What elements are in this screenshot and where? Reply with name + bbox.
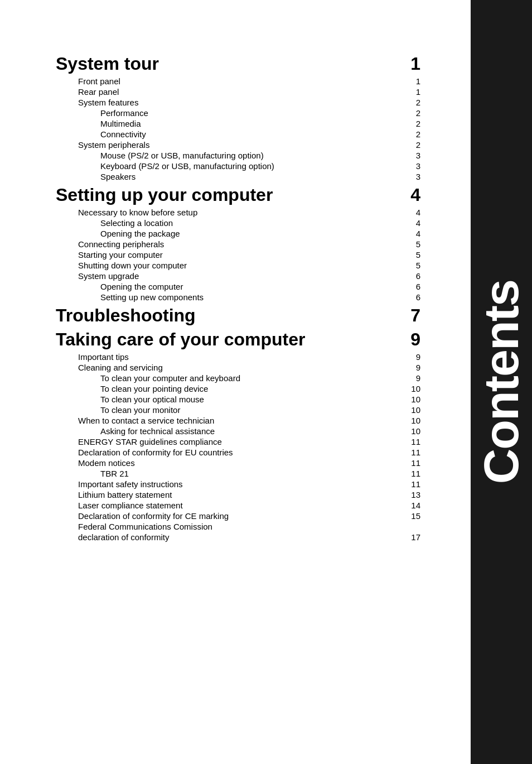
- list-item: Laser compliance statement 14: [56, 501, 420, 510]
- list-item: ENERGY STAR guidelines compliance 11: [56, 437, 420, 446]
- list-item: Rear panel 1: [56, 87, 420, 97]
- list-item: System features 2: [56, 98, 420, 107]
- contents-sidebar: Contents: [471, 0, 532, 764]
- section-system-tour: System tour 1: [56, 54, 420, 74]
- list-item: Selecting a location 4: [56, 218, 420, 228]
- list-item: Federal Communications Comission: [56, 522, 420, 531]
- list-item: System upgrade 6: [56, 271, 420, 281]
- list-item: Important safety instructions 11: [56, 479, 420, 489]
- list-item: To clean your monitor 10: [56, 405, 420, 415]
- list-item: Connecting peripherals 5: [56, 239, 420, 249]
- list-item: System peripherals 2: [56, 140, 420, 150]
- list-item: To clean your optical mouse 10: [56, 395, 420, 404]
- list-item: Opening the package 4: [56, 229, 420, 238]
- list-item: declaration of conformity 17: [56, 532, 420, 542]
- list-item: Speakers 3: [56, 172, 420, 181]
- section-title: Troubleshooting: [56, 305, 196, 326]
- list-item: Multimedia 2: [56, 119, 420, 128]
- section-page: 7: [398, 305, 420, 326]
- list-item: Starting your computer 5: [56, 250, 420, 260]
- list-item: Declaration of conformity for EU countri…: [56, 448, 420, 457]
- list-item: Setting up new components 6: [56, 292, 420, 302]
- list-item: When to contact a service technician 10: [56, 416, 420, 425]
- list-item: Cleaning and servicing 9: [56, 363, 420, 372]
- section-title: Setting up your computer: [56, 185, 273, 205]
- list-item: Keyboard (PS/2 or USB, manufacturing opt…: [56, 161, 420, 171]
- list-item: Lithium battery statement 13: [56, 490, 420, 499]
- list-item: Important tips 9: [56, 352, 420, 362]
- section-page: 1: [398, 54, 420, 74]
- list-item: Asking for technical assistance 10: [56, 426, 420, 436]
- list-item: Declaration of conformity for CE marking…: [56, 511, 420, 521]
- page-container: System tour 1 Front panel 1 Rear panel 1…: [0, 0, 532, 764]
- list-item: Shutting down your computer 5: [56, 261, 420, 270]
- list-item: To clean your computer and keyboard 9: [56, 373, 420, 383]
- contents-label: Contents: [477, 280, 526, 484]
- list-item: Modem notices 11: [56, 458, 420, 468]
- list-item: Opening the computer 6: [56, 282, 420, 291]
- section-setup: Setting up your computer 4: [56, 185, 420, 205]
- list-item: To clean your pointing device 10: [56, 384, 420, 393]
- list-item: Mouse (PS/2 or USB, manufacturing option…: [56, 151, 420, 160]
- list-item: Front panel 1: [56, 76, 420, 86]
- list-item: TBR 21 11: [56, 469, 420, 478]
- section-troubleshooting: Troubleshooting 7: [56, 305, 420, 326]
- list-item: Connectivity 2: [56, 129, 420, 139]
- section-title: System tour: [56, 54, 159, 74]
- section-page: 4: [398, 185, 420, 205]
- list-item: Performance 2: [56, 108, 420, 118]
- list-item: Necessary to know before setup 4: [56, 208, 420, 217]
- section-title: Taking care of your computer: [56, 329, 306, 350]
- section-page: 9: [398, 329, 420, 350]
- toc-content: System tour 1 Front panel 1 Rear panel 1…: [56, 33, 420, 542]
- section-taking-care: Taking care of your computer 9: [56, 329, 420, 350]
